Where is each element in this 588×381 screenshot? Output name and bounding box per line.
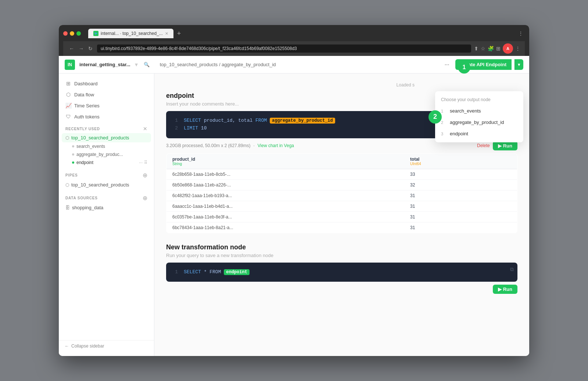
collapse-sidebar-button[interactable]: ← Collapse sidebar [59, 340, 154, 352]
new-code-line-1: 1 SELECT * FROM endpoint [172, 268, 512, 276]
share-icon[interactable]: ⬆ [474, 46, 478, 51]
cell-product-id: 6c28b658-1aaa-11eb-8cb5-... [166, 169, 405, 179]
sub-dot-icon [72, 161, 74, 164]
back-button[interactable]: ← [68, 45, 76, 52]
tab-close-icon[interactable]: ✕ [165, 31, 168, 36]
pipes-section: PIPES ⊕ ⬡ top_10_searched_products [59, 168, 154, 191]
run-query-button[interactable]: ▶ Run [493, 141, 517, 150]
grid-icon[interactable]: ⊞ [496, 46, 501, 51]
keyword-select: SELECT [184, 269, 201, 275]
recently-used-header: RECENTLY USED ✕ [62, 126, 151, 132]
fullscreen-traffic-light[interactable] [76, 31, 81, 36]
datasources-add-icon[interactable]: ⊕ [143, 195, 147, 202]
tab-label: internal... · top_10_searched_... [101, 31, 163, 36]
table-row: 6c0357be-1aaa-11eb-8e3f-a... 31 [166, 211, 517, 222]
sidebar-item-shopping-data[interactable]: 🗄 shopping_data [62, 203, 151, 212]
sidebar-nav: ⊞ Dashboard ⬡ Data flow 📈 Time Series 🛡 … [59, 78, 154, 122]
search-icon[interactable]: 🔍 [144, 62, 150, 67]
timeseries-icon: 📈 [65, 103, 71, 108]
sidebar-item-authtokens[interactable]: 🛡 Auth tokens [62, 111, 151, 122]
recently-used-close-icon[interactable]: ✕ [143, 126, 147, 132]
sidebar-item-top10[interactable]: ⬡ top_10_searched_products [62, 133, 151, 142]
tab-favicon: 🐦 [93, 31, 98, 36]
dropdown-item-aggregate[interactable]: 2 aggregate_by_product_id [435, 117, 523, 128]
dataflow-icon: ⬡ [65, 92, 71, 97]
org-badge: IN [65, 60, 75, 70]
data-sources-section: DATA SOURCES ⊕ 🗄 shopping_data [59, 191, 154, 214]
step-2-badge: 2 [429, 110, 442, 124]
more-options-button[interactable]: ··· [441, 60, 452, 70]
authtokens-icon: 🛡 [65, 114, 71, 120]
refresh-button[interactable]: ↻ [87, 45, 94, 52]
forward-button[interactable]: → [77, 45, 85, 52]
cell-total: 31 [404, 211, 478, 222]
col-header-total: total UInt64 [404, 153, 478, 169]
sub-dot-icon [72, 145, 74, 147]
active-tab[interactable]: 🐦 internal... · top_10_searched_... ✕ [88, 29, 173, 38]
col-header-empty [478, 153, 517, 169]
keyword-limit: LIMIT [184, 125, 198, 131]
close-traffic-light[interactable] [63, 31, 68, 36]
dashboard-icon: ⊞ [65, 81, 71, 86]
org-name: internal_getting_star... [79, 62, 130, 67]
create-api-dropdown-button[interactable]: ▾ [514, 59, 523, 70]
cell-product-id: 6b50e868-1aaa-11eb-a226-... [166, 179, 405, 190]
sidebar-item-top10-pipe[interactable]: ⬡ top_10_searched_products [62, 180, 151, 189]
tabs-bar: 🐦 internal... · top_10_searched_... ✕ + [88, 29, 183, 38]
cell-product-id: 6c0357be-1aaa-11eb-8e3f-a... [166, 211, 405, 222]
keyword-select: SELECT [184, 118, 201, 123]
main-content: Choose your output node 1 search_events … [154, 74, 529, 356]
pipe-icon: ⬡ [65, 135, 69, 140]
step-1-badge: 1 [458, 61, 470, 74]
new-tab-button[interactable]: + [175, 30, 183, 38]
new-node-subtitle: Run your query to save a new transformat… [166, 253, 517, 258]
cell-total: 31 [404, 201, 478, 211]
traffic-lights [63, 31, 81, 36]
bookmark-icon[interactable]: ☆ [481, 46, 485, 51]
run-icon: ▶ [498, 143, 502, 149]
new-transformation-section: New transformation node Run your query t… [166, 243, 517, 297]
drag-icon[interactable]: ⠿ [144, 160, 147, 165]
sidebar-item-dashboard[interactable]: ⊞ Dashboard [62, 78, 151, 89]
pipe-icon: ⬡ [65, 182, 69, 188]
dropdown-item-endpoint[interactable]: 3 endpoint [435, 128, 523, 139]
delete-node-button[interactable]: Delete [477, 143, 490, 148]
cell-total: 31 [404, 222, 478, 233]
sidebar-subitem-aggregate[interactable]: aggregate_by_produc... [62, 150, 151, 159]
code-columns: product_id, total [204, 118, 255, 123]
vega-link[interactable]: View chart in Vega [258, 143, 294, 148]
cell-product-id: 6bc78434-1aaa-11eb-8a21-a... [166, 222, 405, 233]
sidebar-item-dataflow[interactable]: ⬡ Data flow [62, 89, 151, 100]
table-row: 6c482f92-1aaa-11eb-b193-a... 31 [166, 190, 517, 201]
cell-total: 32 [404, 179, 478, 190]
output-node-dropdown[interactable]: Choose your output node 1 search_events … [435, 91, 523, 142]
cell-product-id: 6aaacc1c-1aaa-11eb-b4d1-a... [166, 201, 405, 211]
new-node-title: New transformation node [166, 243, 517, 251]
sidebar-subitem-searchevents[interactable]: search_events [62, 142, 151, 150]
topbar-right: ··· Create API Endpoint ▾ [441, 59, 523, 70]
sidebar-subitem-endpoint[interactable]: endpoint ··· ⠿ [62, 159, 151, 167]
user-avatar[interactable]: A [503, 43, 513, 54]
code-rest: * FROM [204, 269, 224, 275]
chrome-menu-icon[interactable]: ⋮ [515, 46, 520, 51]
dropdown-item-searchevents[interactable]: 1 search_events [435, 105, 523, 117]
window-settings-icon[interactable]: ⋮ [517, 31, 525, 36]
table-row: 6bc78434-1aaa-11eb-8a21-a... 31 [166, 222, 517, 233]
minimize-traffic-light[interactable] [70, 31, 74, 36]
breadcrumb: top_10_searched_products / aggregate_by_… [160, 62, 276, 67]
window-controls: ⋮ [517, 31, 525, 36]
copy-new-code-icon[interactable]: ⧉ [510, 266, 514, 273]
new-node-run-button[interactable]: ▶ Run [493, 285, 517, 294]
url-input[interactable] [97, 44, 471, 53]
extensions-icon[interactable]: 🧩 [488, 46, 494, 51]
endpoint-ref-tag[interactable]: endpoint [224, 269, 250, 275]
node-ref-tag[interactable]: aggregate_by_product_id [270, 118, 335, 124]
address-bar: ← → ↻ ⬆ ☆ 🧩 ⊞ A ⋮ [63, 41, 525, 56]
sidebar-item-timeseries[interactable]: 📈 Time Series [62, 100, 151, 111]
sub-dot-icon [72, 153, 74, 156]
limit-value: 10 [201, 125, 207, 131]
table-row: 6b50e868-1aaa-11eb-a226-... 32 [166, 179, 517, 190]
pipes-add-icon[interactable]: ⊕ [143, 172, 147, 179]
new-node-actions: ▶ Run [166, 282, 517, 297]
ellipsis-icon[interactable]: ··· [139, 160, 143, 165]
